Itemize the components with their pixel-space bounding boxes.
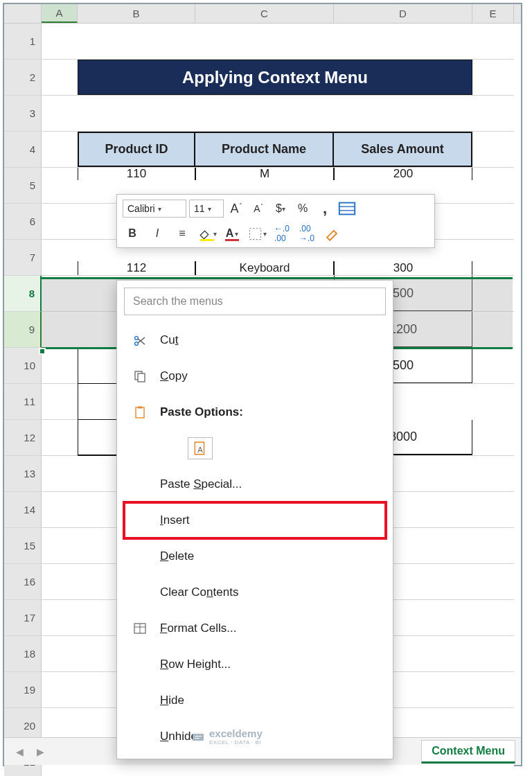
ctx-row-height[interactable]: Row Height... bbox=[124, 646, 386, 682]
cell[interactable] bbox=[334, 96, 472, 132]
cell-value: 112 bbox=[78, 261, 195, 275]
svg-rect-19 bbox=[195, 738, 200, 739]
tab-prev-button[interactable]: ◀ bbox=[11, 743, 28, 760]
ctx-cut[interactable]: Cut bbox=[124, 322, 386, 358]
cell[interactable] bbox=[42, 60, 78, 96]
row-head-6[interactable]: 6 bbox=[4, 204, 42, 240]
ctx-delete[interactable]: Delete bbox=[124, 538, 386, 574]
cell[interactable] bbox=[472, 132, 514, 168]
tab-next-button[interactable]: ▶ bbox=[32, 743, 48, 760]
format-table-button[interactable] bbox=[337, 199, 357, 218]
font-color-button[interactable]: A▾ bbox=[222, 224, 242, 243]
decrease-decimal-button[interactable]: ←.0.00 bbox=[272, 224, 292, 243]
row-head-19[interactable]: 19 bbox=[4, 672, 42, 708]
column-headers: A B C D E bbox=[4, 4, 521, 24]
ctx-label: Copy bbox=[160, 369, 386, 383]
cell[interactable] bbox=[42, 168, 78, 204]
watermark-tag: EXCEL · DATA · BI bbox=[209, 739, 263, 746]
row-head-1[interactable]: 1 bbox=[4, 24, 42, 60]
format-cells-icon bbox=[132, 621, 148, 635]
ctx-label: Paste Special... bbox=[160, 477, 386, 491]
align-button[interactable]: ≡ bbox=[172, 224, 192, 243]
cell[interactable] bbox=[78, 96, 195, 132]
ctx-paste-all[interactable]: A bbox=[124, 430, 386, 466]
cell-b4[interactable]: Product ID bbox=[78, 132, 195, 168]
copy-icon bbox=[132, 369, 148, 383]
row-head-10[interactable]: 10 bbox=[4, 348, 42, 384]
cell[interactable] bbox=[78, 24, 195, 60]
context-menu: Search the menus Cut Copy Paste Options:… bbox=[116, 280, 393, 759]
cell[interactable] bbox=[42, 24, 78, 60]
ctx-paste-options: Paste Options: bbox=[124, 394, 386, 430]
ctx-copy[interactable]: Copy bbox=[124, 358, 386, 394]
cell[interactable] bbox=[42, 96, 78, 132]
font-size: 11 bbox=[194, 203, 205, 214]
col-head-a[interactable]: A bbox=[42, 4, 78, 23]
bold-button[interactable]: B bbox=[123, 224, 142, 243]
comma-button[interactable]: , bbox=[315, 199, 335, 218]
cell[interactable] bbox=[472, 96, 514, 132]
cell[interactable] bbox=[472, 168, 514, 204]
borders-button[interactable]: ▾ bbox=[247, 224, 267, 243]
cell-value: 110 bbox=[78, 168, 195, 180]
increase-font-button[interactable]: A˄ bbox=[227, 199, 246, 218]
row-head-11[interactable]: 11 bbox=[4, 384, 42, 420]
title-cell[interactable]: Applying Context Menu bbox=[78, 60, 472, 96]
percent-button[interactable]: % bbox=[293, 199, 312, 218]
cell[interactable] bbox=[472, 60, 514, 96]
row-head-15[interactable]: 15 bbox=[4, 528, 42, 564]
currency-button[interactable]: $▾ bbox=[271, 199, 290, 218]
svg-rect-10 bbox=[136, 407, 144, 418]
selection-handle[interactable] bbox=[39, 348, 46, 355]
fill-color-button[interactable]: ▾ bbox=[197, 224, 217, 243]
row-head-9[interactable]: 9 bbox=[4, 312, 42, 348]
sheet-tab-active[interactable]: Context Menu bbox=[421, 740, 515, 764]
row-head-14[interactable]: 14 bbox=[4, 492, 42, 528]
cell[interactable] bbox=[195, 96, 334, 132]
col-head-e[interactable]: E bbox=[472, 4, 514, 23]
cell[interactable] bbox=[42, 132, 78, 168]
format-painter-button[interactable] bbox=[322, 224, 342, 243]
cell[interactable] bbox=[195, 24, 334, 60]
svg-rect-11 bbox=[138, 407, 142, 409]
row-head-8[interactable]: 8 bbox=[4, 276, 42, 312]
cell-c4[interactable]: Product Name bbox=[195, 132, 334, 168]
font-name-input[interactable]: Calibri ▾ bbox=[123, 200, 186, 218]
font-name: Calibri bbox=[127, 203, 155, 214]
row-head-18[interactable]: 18 bbox=[4, 636, 42, 672]
row-head-16[interactable]: 16 bbox=[4, 564, 42, 600]
row-head-2[interactable]: 2 bbox=[4, 60, 42, 96]
font-size-input[interactable]: 11 ▾ bbox=[189, 200, 224, 218]
italic-button[interactable]: I bbox=[148, 224, 167, 243]
svg-rect-18 bbox=[195, 736, 202, 737]
select-all-corner[interactable] bbox=[4, 4, 42, 23]
cell[interactable] bbox=[472, 24, 514, 60]
decrease-font-button[interactable]: A˅ bbox=[249, 199, 268, 218]
watermark-text: exceldemy bbox=[209, 728, 263, 739]
ctx-format-cells[interactable]: Format Cells... bbox=[124, 610, 386, 646]
col-head-c[interactable]: C bbox=[195, 4, 334, 23]
col-head-d[interactable]: D bbox=[334, 4, 472, 23]
ctx-hide[interactable]: Hide bbox=[124, 682, 386, 718]
row-head-7[interactable]: 7 bbox=[4, 240, 42, 276]
ctx-clear-contents[interactable]: Clear Contents bbox=[124, 574, 386, 610]
row-head-3[interactable]: 3 bbox=[4, 96, 42, 132]
cell[interactable] bbox=[334, 24, 472, 60]
cell-value: 200 bbox=[334, 168, 472, 180]
increase-decimal-button[interactable]: .00→.0 bbox=[297, 224, 317, 243]
ctx-label: Cut bbox=[160, 333, 386, 347]
page-title: Applying Context Menu bbox=[78, 60, 472, 95]
search-menu-input[interactable]: Search the menus bbox=[124, 288, 386, 315]
row-head-4[interactable]: 4 bbox=[4, 132, 42, 168]
mini-toolbar: Calibri ▾ 11 ▾ A˄ A˅ $▾ % , B I ≡ ▾ A▾ bbox=[116, 194, 435, 248]
row-head-17[interactable]: 17 bbox=[4, 600, 42, 636]
row-head-13[interactable]: 13 bbox=[4, 456, 42, 492]
row-head-5[interactable]: 5 bbox=[4, 168, 42, 204]
ctx-label: Row Height... bbox=[160, 658, 386, 671]
table-header: Product ID bbox=[78, 132, 195, 167]
col-head-b[interactable]: B bbox=[78, 4, 195, 23]
cell-d4[interactable]: Sales Amount bbox=[334, 132, 472, 168]
ctx-insert[interactable]: Insert bbox=[124, 502, 386, 538]
ctx-paste-special[interactable]: Paste Special... bbox=[124, 466, 386, 502]
row-head-12[interactable]: 12 bbox=[4, 420, 42, 456]
